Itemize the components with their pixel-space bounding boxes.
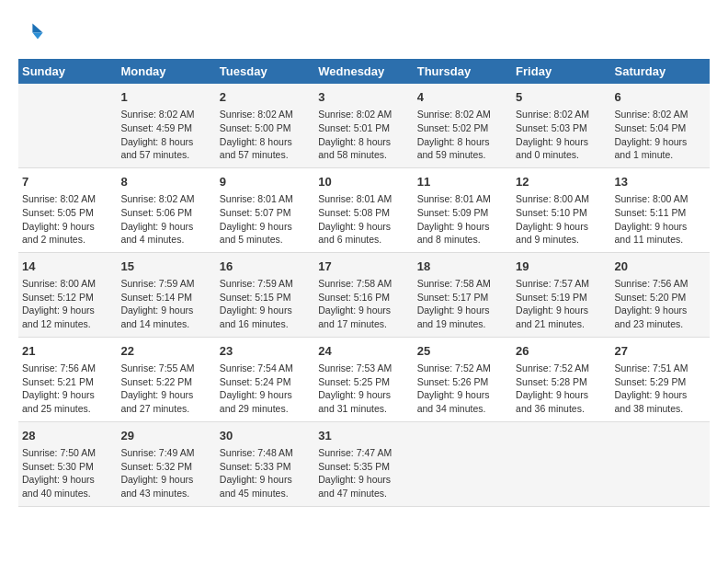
cell-info-line: Sunset: 5:33 PM: [220, 460, 311, 474]
cell-info-line: Sunrise: 7:53 AM: [318, 362, 409, 375]
cell-info-line: Daylight: 9 hours: [615, 135, 706, 149]
cell-info-line: Daylight: 9 hours: [220, 388, 311, 402]
cell-info-line: Sunrise: 8:01 AM: [318, 192, 409, 206]
cell-info-line: Sunset: 5:04 PM: [615, 121, 706, 135]
cell-info-line: Sunrise: 7:59 AM: [220, 277, 311, 291]
cell-info-line: Sunrise: 7:51 AM: [615, 362, 706, 375]
cell-info-line: and 16 minutes.: [220, 317, 311, 331]
cell-info-line: and 57 minutes.: [220, 148, 311, 162]
cell-info-line: Daylight: 9 hours: [516, 135, 607, 149]
calendar-cell: 12Sunrise: 8:00 AMSunset: 5:10 PMDayligh…: [512, 167, 610, 252]
svg-marker-1: [32, 32, 42, 39]
cell-info-line: and 8 minutes.: [417, 233, 508, 247]
cell-info-line: Daylight: 9 hours: [615, 388, 706, 402]
cell-info-line: Daylight: 9 hours: [22, 220, 113, 234]
cell-info-line: and 45 minutes.: [220, 487, 311, 500]
day-header-wednesday: Wednesday: [314, 59, 413, 84]
day-header-thursday: Thursday: [414, 59, 512, 84]
day-header-saturday: Saturday: [611, 59, 710, 84]
cell-info-line: and 40 minutes.: [22, 487, 113, 500]
day-number: 31: [318, 428, 409, 444]
cell-info-line: Daylight: 9 hours: [220, 304, 311, 317]
day-number: 24: [318, 343, 409, 360]
cell-info-line: Sunset: 5:01 PM: [318, 121, 409, 135]
cell-info-line: Sunset: 5:08 PM: [318, 206, 409, 220]
cell-info-line: and 4 minutes.: [120, 233, 211, 247]
cell-info-line: Sunrise: 8:02 AM: [120, 192, 211, 206]
calendar-cell: 17Sunrise: 7:58 AMSunset: 5:16 PMDayligh…: [314, 252, 413, 337]
cell-info-line: Sunset: 5:02 PM: [417, 121, 508, 135]
calendar-cell: [512, 421, 610, 506]
cell-info-line: Daylight: 9 hours: [120, 473, 211, 487]
cell-info-line: Sunset: 5:06 PM: [120, 206, 211, 220]
cell-info-line: and 17 minutes.: [318, 317, 409, 331]
day-number: 15: [120, 259, 211, 275]
cell-info-line: Sunrise: 7:56 AM: [615, 277, 706, 291]
day-number: 10: [318, 174, 409, 190]
day-number: 5: [516, 89, 607, 106]
day-number: 11: [417, 174, 508, 190]
week-row-1: 1Sunrise: 8:02 AMSunset: 4:59 PMDaylight…: [18, 84, 710, 167]
cell-info-line: Daylight: 9 hours: [318, 304, 409, 317]
calendar-cell: 4Sunrise: 8:02 AMSunset: 5:02 PMDaylight…: [414, 84, 512, 167]
cell-info-line: and 0 minutes.: [516, 148, 607, 162]
cell-info-line: and 9 minutes.: [516, 233, 607, 247]
cell-info-line: Daylight: 9 hours: [22, 473, 113, 487]
cell-info-line: Sunrise: 7:47 AM: [318, 446, 409, 460]
cell-info-line: and 29 minutes.: [220, 402, 311, 416]
cell-info-line: Sunrise: 8:02 AM: [220, 108, 311, 121]
cell-info-line: Sunrise: 8:02 AM: [516, 108, 607, 121]
calendar-cell: 18Sunrise: 7:58 AMSunset: 5:17 PMDayligh…: [414, 252, 512, 337]
day-header-friday: Friday: [512, 59, 610, 84]
calendar-cell: 1Sunrise: 8:02 AMSunset: 4:59 PMDaylight…: [117, 84, 215, 167]
cell-info-line: and 11 minutes.: [615, 233, 706, 247]
day-number: 17: [318, 259, 409, 275]
calendar-cell: 6Sunrise: 8:02 AMSunset: 5:04 PMDaylight…: [611, 84, 710, 167]
cell-info-line: Daylight: 9 hours: [120, 304, 211, 317]
cell-info-line: and 2 minutes.: [22, 233, 113, 247]
calendar-cell: 26Sunrise: 7:52 AMSunset: 5:28 PMDayligh…: [512, 337, 610, 421]
cell-info-line: Sunset: 5:35 PM: [318, 460, 409, 474]
cell-info-line: Daylight: 9 hours: [22, 388, 113, 402]
day-number: 1: [120, 89, 211, 106]
calendar-cell: 24Sunrise: 7:53 AMSunset: 5:25 PMDayligh…: [314, 337, 413, 421]
cell-info-line: Sunrise: 7:58 AM: [417, 277, 508, 291]
cell-info-line: and 25 minutes.: [22, 402, 113, 416]
cell-info-line: Sunset: 5:15 PM: [220, 291, 311, 304]
cell-info-line: and 57 minutes.: [120, 148, 211, 162]
day-number: 2: [220, 89, 311, 106]
cell-info-line: Sunset: 5:30 PM: [22, 460, 113, 474]
week-row-2: 7Sunrise: 8:02 AMSunset: 5:05 PMDaylight…: [18, 167, 710, 252]
day-number: 14: [22, 259, 113, 275]
calendar-cell: 29Sunrise: 7:49 AMSunset: 5:32 PMDayligh…: [117, 421, 215, 506]
cell-info-line: Sunrise: 7:52 AM: [417, 362, 508, 375]
cell-info-line: Sunrise: 7:54 AM: [220, 362, 311, 375]
cell-info-line: Daylight: 9 hours: [417, 304, 508, 317]
cell-info-line: and 36 minutes.: [516, 402, 607, 416]
cell-info-line: Sunrise: 7:57 AM: [516, 277, 607, 291]
calendar-cell: 16Sunrise: 7:59 AMSunset: 5:15 PMDayligh…: [216, 252, 314, 337]
cell-info-line: Sunset: 5:05 PM: [22, 206, 113, 220]
cell-info-line: Daylight: 9 hours: [120, 220, 211, 234]
calendar-cell: 13Sunrise: 8:00 AMSunset: 5:11 PMDayligh…: [611, 167, 710, 252]
cell-info-line: Daylight: 9 hours: [318, 388, 409, 402]
cell-info-line: Sunrise: 7:58 AM: [318, 277, 409, 291]
day-number: 6: [615, 89, 706, 106]
cell-info-line: Sunset: 5:21 PM: [22, 375, 113, 389]
cell-info-line: Sunset: 5:12 PM: [22, 291, 113, 304]
cell-info-line: Daylight: 9 hours: [615, 220, 706, 234]
cell-info-line: Sunrise: 7:50 AM: [22, 446, 113, 460]
cell-info-line: Sunset: 5:09 PM: [417, 206, 508, 220]
cell-info-line: Sunset: 5:22 PM: [120, 375, 211, 389]
cell-info-line: and 43 minutes.: [120, 487, 211, 500]
cell-info-line: and 1 minute.: [615, 148, 706, 162]
day-number: 4: [417, 89, 508, 106]
week-row-3: 14Sunrise: 8:00 AMSunset: 5:12 PMDayligh…: [18, 252, 710, 337]
calendar-table: SundayMondayTuesdayWednesdayThursdayFrid…: [18, 59, 710, 507]
cell-info-line: and 38 minutes.: [615, 402, 706, 416]
day-number: 21: [22, 343, 113, 360]
calendar-cell: 3Sunrise: 8:02 AMSunset: 5:01 PMDaylight…: [314, 84, 413, 167]
cell-info-line: Sunrise: 8:00 AM: [615, 192, 706, 206]
calendar-cell: 7Sunrise: 8:02 AMSunset: 5:05 PMDaylight…: [18, 167, 117, 252]
day-number: 29: [120, 428, 211, 444]
